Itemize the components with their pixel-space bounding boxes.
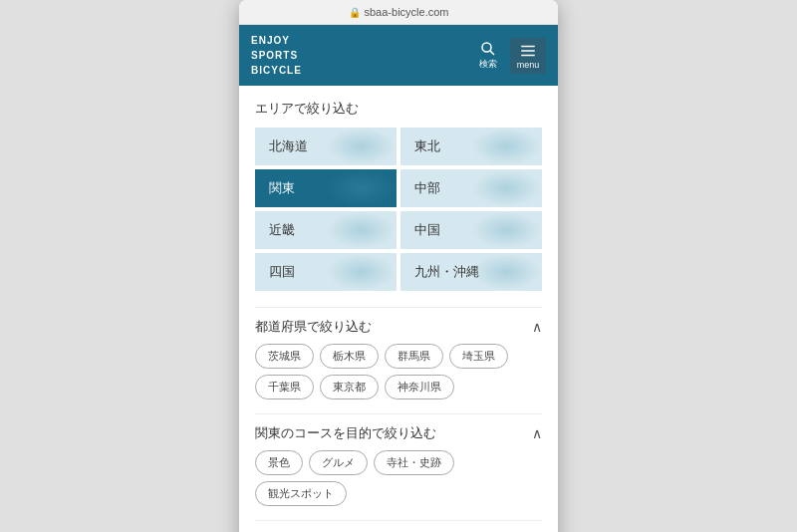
prefecture-filter-header[interactable]: 都道府県で絞り込む ∧ bbox=[255, 318, 542, 336]
area-cell-chugoku[interactable]: 中国 bbox=[400, 211, 542, 249]
search-button[interactable]: 検索 bbox=[470, 38, 506, 74]
area-cell-kanto[interactable]: 関東 bbox=[255, 169, 397, 207]
tag-scenery[interactable]: 景色 bbox=[255, 450, 303, 475]
search-icon bbox=[479, 40, 497, 58]
site-logo: ENJOY SPORTS BICYCLE bbox=[251, 33, 302, 78]
tag-saitama[interactable]: 埼玉県 bbox=[449, 344, 508, 369]
area-cell-kyushu[interactable]: 九州・沖縄 bbox=[400, 253, 542, 291]
prefecture-section: 都道府県で絞り込む ∧ 茨城県 栃木県 群馬県 埼玉県 千葉県 東京都 神奈川県 bbox=[255, 307, 542, 413]
area-cell-tohoku[interactable]: 東北 bbox=[400, 128, 542, 165]
browser-bar: 🔒 sbaa-bicycle.com bbox=[239, 0, 558, 25]
purpose-section-title: 関東のコースを目的で絞り込む bbox=[255, 424, 436, 442]
menu-label: menu bbox=[517, 60, 540, 70]
menu-button[interactable]: menu bbox=[510, 38, 546, 74]
area-cell-kinki[interactable]: 近畿 bbox=[255, 211, 397, 249]
purpose-section: 関東のコースを目的で絞り込む ∧ 景色 グルメ 寺社・史跡 観光スポット bbox=[255, 413, 542, 520]
phone-frame: 🔒 sbaa-bicycle.com ENJOY SPORTS BICYCLE … bbox=[239, 0, 558, 532]
prefecture-tags: 茨城県 栃木県 群馬県 埼玉県 千葉県 東京都 神奈川県 bbox=[255, 344, 542, 399]
tag-tokyo[interactable]: 東京都 bbox=[320, 375, 379, 399]
tag-shrine[interactable]: 寺社・史跡 bbox=[374, 450, 454, 475]
main-content: エリアで絞り込む 北海道 東北 関東 中部 近畿 中国 四国 九州・沖縄 都道府… bbox=[239, 86, 558, 532]
purpose-tags: 景色 グルメ 寺社・史跡 観光スポット bbox=[255, 450, 542, 506]
level-section: 関東のコースをレベルで絞り込む ∧ 初心者 中級者 上級者 bbox=[255, 520, 542, 532]
area-cell-chubu[interactable]: 中部 bbox=[400, 169, 542, 207]
header-icons: 検索 menu bbox=[470, 38, 546, 74]
prefecture-section-title: 都道府県で絞り込む bbox=[255, 318, 372, 336]
tag-kanagawa[interactable]: 神奈川県 bbox=[385, 375, 454, 399]
url-text: sbaa-bicycle.com bbox=[365, 6, 449, 18]
tag-tochigi[interactable]: 栃木県 bbox=[320, 344, 379, 369]
tag-ibaraki[interactable]: 茨城県 bbox=[255, 344, 314, 369]
svg-line-1 bbox=[490, 51, 494, 55]
lock-icon: 🔒 bbox=[349, 7, 361, 18]
menu-icon bbox=[519, 42, 537, 60]
area-cell-hokkaido[interactable]: 北海道 bbox=[255, 128, 397, 165]
search-label: 検索 bbox=[479, 58, 497, 71]
tag-gourmet[interactable]: グルメ bbox=[309, 450, 368, 475]
area-cell-shikoku[interactable]: 四国 bbox=[255, 253, 397, 291]
purpose-filter-header[interactable]: 関東のコースを目的で絞り込む ∧ bbox=[255, 424, 542, 442]
tag-sightseeing[interactable]: 観光スポット bbox=[255, 481, 347, 506]
site-header: ENJOY SPORTS BICYCLE 検索 menu bbox=[239, 25, 558, 86]
purpose-chevron-icon: ∧ bbox=[532, 425, 542, 441]
area-section-title: エリアで絞り込む bbox=[255, 100, 542, 118]
tag-gunma[interactable]: 群馬県 bbox=[385, 344, 443, 369]
prefecture-chevron-icon: ∧ bbox=[532, 319, 542, 335]
svg-point-0 bbox=[482, 43, 491, 52]
tag-chiba[interactable]: 千葉県 bbox=[255, 375, 314, 399]
area-grid: 北海道 東北 関東 中部 近畿 中国 四国 九州・沖縄 bbox=[255, 128, 542, 291]
